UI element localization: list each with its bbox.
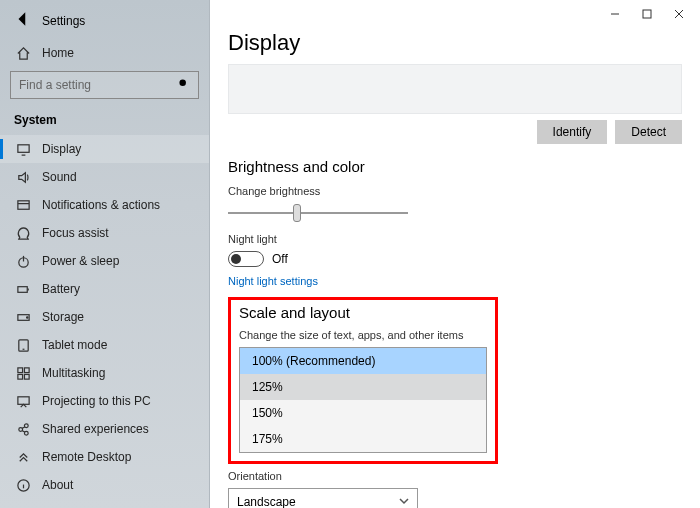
sidebar: Settings Home System Display Sound Notif… — [0, 0, 210, 508]
storage-icon — [14, 308, 32, 326]
sidebar-item-label: Tablet mode — [42, 338, 107, 352]
scale-dropdown[interactable]: 100% (Recommended) 125% 150% 175% — [239, 347, 487, 453]
remote-icon — [14, 448, 32, 466]
about-icon — [14, 476, 32, 494]
projecting-icon — [14, 392, 32, 410]
sidebar-item-label: Remote Desktop — [42, 450, 131, 464]
minimize-button[interactable] — [600, 4, 630, 24]
header-row: Settings — [0, 6, 209, 39]
brightness-slider[interactable] — [228, 203, 682, 223]
sidebar-item-notifications[interactable]: Notifications & actions — [0, 191, 209, 219]
svg-rect-4 — [17, 286, 26, 292]
sidebar-item-tablet[interactable]: Tablet mode — [0, 331, 209, 359]
sidebar-item-remote[interactable]: Remote Desktop — [0, 443, 209, 471]
sidebar-item-label: Notifications & actions — [42, 198, 160, 212]
nightlight-state: Off — [272, 252, 288, 266]
svg-rect-8 — [17, 367, 22, 372]
svg-rect-17 — [643, 10, 651, 18]
slider-thumb[interactable] — [293, 204, 301, 222]
sound-icon — [14, 168, 32, 186]
sidebar-item-label: About — [42, 478, 73, 492]
scale-option[interactable]: 125% — [240, 374, 486, 400]
notifications-icon — [14, 196, 32, 214]
scale-highlight-box: Scale and layout Change the size of text… — [228, 297, 498, 464]
svg-rect-9 — [24, 367, 29, 372]
svg-rect-1 — [17, 144, 28, 152]
section-system: System — [0, 109, 209, 135]
search-field[interactable] — [19, 78, 177, 92]
orientation-select[interactable]: Landscape — [228, 488, 418, 508]
home-label: Home — [42, 46, 74, 60]
sidebar-item-label: Multitasking — [42, 366, 105, 380]
svg-rect-11 — [24, 374, 29, 379]
sidebar-item-focus[interactable]: Focus assist — [0, 219, 209, 247]
home-link[interactable]: Home — [0, 39, 209, 67]
sidebar-item-power[interactable]: Power & sleep — [0, 247, 209, 275]
sidebar-item-sound[interactable]: Sound — [0, 163, 209, 191]
page-title: Display — [228, 30, 682, 56]
shared-icon — [14, 420, 32, 438]
sidebar-item-label: Storage — [42, 310, 84, 324]
identify-button[interactable]: Identify — [537, 120, 608, 144]
sidebar-item-about[interactable]: About — [0, 471, 209, 499]
back-icon[interactable] — [14, 10, 32, 31]
nightlight-settings-link[interactable]: Night light settings — [228, 275, 682, 287]
battery-icon — [14, 280, 32, 298]
section-brightness: Brightness and color — [228, 158, 682, 175]
search-icon — [177, 77, 190, 93]
sidebar-item-label: Display — [42, 142, 81, 156]
chevron-down-icon — [399, 495, 409, 508]
tablet-icon — [14, 336, 32, 354]
power-icon — [14, 252, 32, 270]
home-icon — [14, 44, 32, 62]
nightlight-label: Night light — [228, 233, 682, 245]
sidebar-item-label: Focus assist — [42, 226, 109, 240]
window-title: Settings — [42, 14, 85, 28]
svg-point-0 — [179, 79, 186, 86]
sidebar-item-label: Projecting to this PC — [42, 394, 151, 408]
nightlight-toggle[interactable] — [228, 251, 264, 267]
detect-button[interactable]: Detect — [615, 120, 682, 144]
sidebar-item-storage[interactable]: Storage — [0, 303, 209, 331]
scale-option[interactable]: 100% (Recommended) — [240, 348, 486, 374]
sidebar-item-shared[interactable]: Shared experiences — [0, 415, 209, 443]
sidebar-item-battery[interactable]: Battery — [0, 275, 209, 303]
sidebar-item-label: Shared experiences — [42, 422, 149, 436]
orientation-value: Landscape — [237, 495, 296, 508]
svg-point-6 — [26, 316, 27, 317]
sidebar-item-display[interactable]: Display — [0, 135, 209, 163]
multitasking-icon — [14, 364, 32, 382]
sidebar-item-label: Power & sleep — [42, 254, 119, 268]
sidebar-item-multitasking[interactable]: Multitasking — [0, 359, 209, 387]
main-pane: Display Identify Detect Brightness and c… — [210, 0, 700, 508]
search-input[interactable] — [10, 71, 199, 99]
display-arrangement[interactable] — [228, 64, 682, 114]
orientation-label: Orientation — [228, 470, 682, 482]
svg-rect-2 — [17, 200, 28, 208]
scale-option[interactable]: 175% — [240, 426, 486, 452]
sidebar-item-label: Battery — [42, 282, 80, 296]
maximize-button[interactable] — [632, 4, 662, 24]
focus-icon — [14, 224, 32, 242]
sidebar-item-projecting[interactable]: Projecting to this PC — [0, 387, 209, 415]
svg-rect-12 — [17, 396, 28, 404]
brightness-label: Change brightness — [228, 185, 682, 197]
sidebar-item-label: Sound — [42, 170, 77, 184]
window-controls — [600, 4, 694, 24]
section-scale: Scale and layout — [239, 304, 487, 321]
scale-label: Change the size of text, apps, and other… — [239, 329, 487, 341]
svg-rect-10 — [17, 374, 22, 379]
close-button[interactable] — [664, 4, 694, 24]
scale-option[interactable]: 150% — [240, 400, 486, 426]
display-icon — [14, 140, 32, 158]
